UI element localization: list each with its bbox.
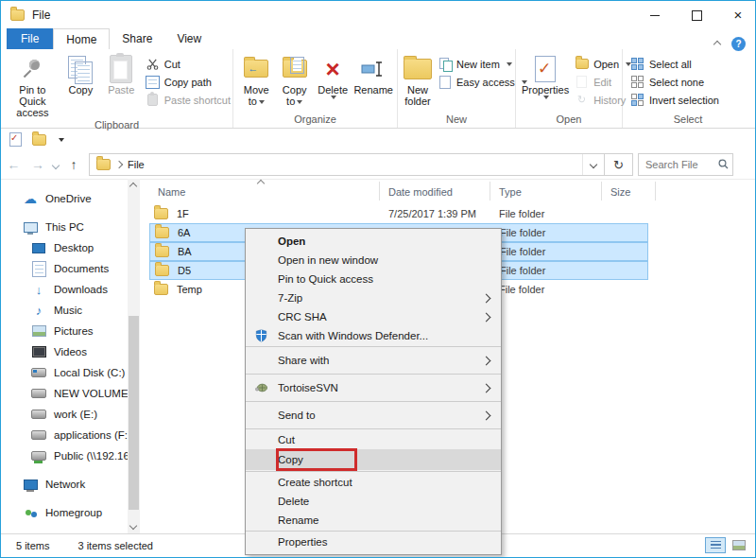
column-header-name[interactable]: Name [158, 186, 185, 198]
sidebar-item-network[interactable]: Network [1, 474, 128, 495]
menu-item-copy[interactable]: Copy [246, 449, 501, 470]
cut-label: Cut [164, 59, 180, 70]
column-header-type[interactable]: Type [499, 186, 522, 198]
scroll-up-icon[interactable] [129, 183, 137, 190]
paste-shortcut-button[interactable]: Paste shortcut [146, 93, 231, 107]
sidebar-item-downloads[interactable]: ↓Downloads [1, 279, 128, 300]
properties-button[interactable]: ✓ Properties [520, 52, 571, 100]
sidebar-item-documents[interactable]: Documents [1, 258, 128, 279]
column-divider[interactable] [379, 182, 380, 201]
menu-item-pin-to-quick-access[interactable]: Pin to Quick access [246, 270, 501, 288]
sidebar-item-homegroup[interactable]: Homegroup [1, 502, 128, 523]
close-button[interactable]: × [730, 8, 746, 22]
address-box[interactable]: File [89, 153, 605, 176]
invert-selection-button[interactable]: Invert selection [630, 93, 719, 107]
sidebar-item-local-disk-c[interactable]: Local Disk (C:) [1, 362, 128, 383]
sidebar-item-applications-f[interactable]: applications (F:) [1, 425, 128, 445]
scroll-down-icon[interactable] [129, 522, 137, 530]
ribbon-group-new: New folder New item Easy access New [398, 49, 516, 128]
menu-label: Create shortcut [278, 477, 352, 488]
menu-item-tortoisesvn[interactable]: TortoiseSVN [246, 375, 501, 400]
file-type: File folder [499, 208, 544, 219]
sidebar-item-work-e[interactable]: work (E:) [1, 404, 128, 425]
sidebar-label: Downloads [54, 284, 108, 295]
new-content: New folder New item Easy access [398, 49, 515, 113]
collapse-ribbon-icon[interactable] [713, 40, 721, 47]
back-button[interactable]: ← [1, 157, 26, 172]
breadcrumb: File [90, 159, 582, 170]
menu-item-open-in-new-window[interactable]: Open in new window [246, 251, 501, 270]
breadcrumb-path[interactable]: File [128, 159, 145, 170]
select-all-button[interactable]: Select all [630, 57, 719, 71]
forward-button[interactable]: → [26, 157, 49, 172]
cut-button[interactable]: Cut [146, 57, 231, 71]
file-row-1f[interactable]: 1F 7/25/2017 1:39 PM File folder [149, 204, 648, 223]
menu-label: Open in new window [278, 254, 378, 266]
submenu-arrow-icon [482, 312, 491, 322]
move-to-button[interactable]: ← Move to [237, 52, 275, 108]
sidebar-item-new-volume-d[interactable]: NEW VOLUME (D [1, 383, 128, 404]
history-label: History [593, 95, 626, 106]
recent-locations-button[interactable] [49, 159, 62, 170]
minimize-button[interactable] [647, 9, 662, 21]
menu-item-delete[interactable]: Delete [246, 492, 501, 511]
menu-label: Open [278, 235, 305, 247]
menu-item-open[interactable]: Open [246, 232, 501, 251]
menu-item-properties[interactable]: Properties [246, 532, 501, 551]
open-group-label: Open [516, 113, 622, 128]
qat-properties-icon[interactable]: ✓ [9, 132, 22, 147]
new-item-button[interactable]: New item [438, 57, 527, 71]
qat-folder-icon[interactable] [32, 134, 46, 146]
qat-customize-arrow-icon[interactable] [59, 138, 64, 142]
tab-home[interactable]: Home [53, 28, 110, 49]
new-folder-label: New folder [404, 84, 432, 107]
sidebar-item-music[interactable]: ♪Music [1, 300, 128, 321]
column-divider[interactable] [601, 182, 602, 201]
menu-label: CRC SHA [278, 311, 327, 323]
items-count: 5 items [16, 540, 49, 551]
tab-file[interactable]: File [7, 28, 53, 49]
copy-to-button[interactable]: Copy to [275, 52, 313, 108]
column-divider[interactable] [655, 182, 656, 201]
maximize-button[interactable] [689, 9, 704, 21]
rename-button[interactable]: Rename [352, 52, 395, 96]
easy-access-button[interactable]: Easy access [438, 75, 527, 89]
menu-separator [246, 346, 501, 347]
sidebar-item-pictures[interactable]: Pictures [1, 321, 128, 341]
thumbnail-view-button[interactable] [729, 537, 749, 553]
tab-view[interactable]: View [164, 28, 214, 49]
select-none-button[interactable]: Select none [630, 75, 719, 89]
menu-item-send-to[interactable]: Send to [246, 403, 501, 427]
paste-button[interactable]: Paste [101, 52, 142, 96]
copy-button[interactable]: Copy [60, 52, 101, 96]
details-view-button[interactable] [705, 537, 726, 553]
sidebar-item-desktop[interactable]: Desktop [1, 237, 128, 258]
sidebar-item-this-pc[interactable]: This PC [1, 217, 128, 237]
help-icon[interactable]: ? [731, 37, 746, 51]
new-folder-button[interactable]: New folder [402, 52, 434, 108]
tab-share[interactable]: Share [110, 28, 164, 49]
pin-to-quick-access-button[interactable]: Pin to Quick access [5, 52, 60, 119]
menu-item-rename[interactable]: Rename [246, 511, 501, 530]
menu-item-share-with[interactable]: Share with [246, 348, 501, 373]
refresh-button[interactable]: ↻ [605, 153, 633, 176]
up-button[interactable]: ↑ [62, 157, 85, 172]
scrollbar-thumb[interactable] [129, 316, 139, 510]
sidebar-item-onedrive[interactable]: ☁OneDrive [1, 188, 128, 209]
submenu-arrow-icon [482, 410, 491, 420]
address-dropdown-button[interactable] [582, 154, 604, 175]
ribbon-group-select: Select all Select none Invert selection … [623, 49, 753, 128]
sidebar-scrollbar[interactable] [128, 179, 140, 533]
column-header-size[interactable]: Size [610, 186, 630, 198]
column-header-date-modified[interactable]: Date modified [388, 186, 453, 198]
menu-item-crc-sha[interactable]: CRC SHA [246, 307, 501, 326]
menu-item-cut[interactable]: Cut [246, 430, 501, 449]
menu-item-scan-with-windows-defender[interactable]: Scan with Windows Defender... [246, 326, 501, 345]
sidebar-item-public[interactable]: Public (\\192.168 [1, 445, 128, 466]
column-divider[interactable] [490, 182, 490, 201]
delete-button[interactable]: × Delete [314, 52, 352, 100]
menu-item-create-shortcut[interactable]: Create shortcut [246, 473, 501, 492]
menu-item-7zip[interactable]: 7-Zip [246, 288, 501, 307]
sidebar-item-videos[interactable]: Videos [1, 341, 128, 362]
copy-path-button[interactable]: Copy path [146, 75, 231, 89]
